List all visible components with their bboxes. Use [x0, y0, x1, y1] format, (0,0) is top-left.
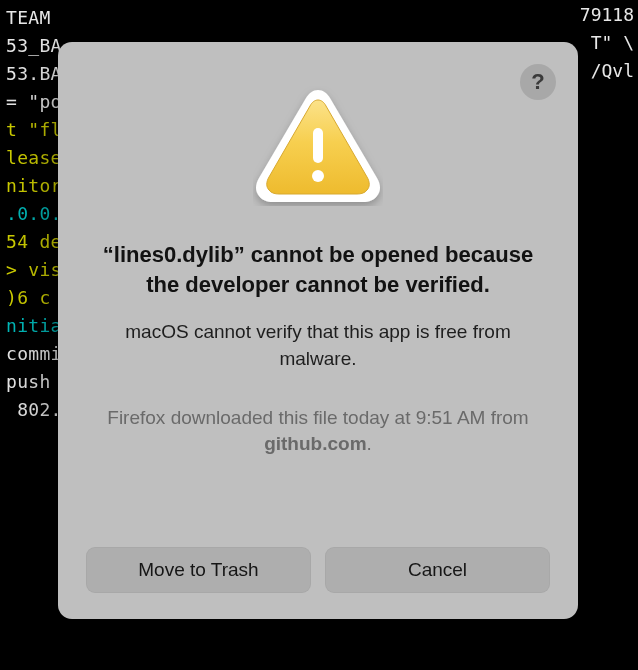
- dialog-detail: Firefox downloaded this file today at 9:…: [86, 405, 550, 458]
- gatekeeper-dialog: ? “lines0.dylib” cannot be opened: [58, 42, 578, 619]
- dialog-button-row: Move to Trash Cancel: [86, 547, 550, 593]
- help-icon-label: ?: [531, 69, 544, 95]
- detail-prefix: Firefox downloaded this file today at 9:…: [107, 407, 528, 428]
- svg-point-1: [312, 170, 324, 182]
- terminal-line: TEAM: [6, 4, 632, 32]
- detail-suffix: .: [367, 433, 372, 454]
- warning-icon: [253, 86, 383, 210]
- terminal-fragment: 79118: [580, 4, 634, 25]
- help-button[interactable]: ?: [520, 64, 556, 100]
- move-to-trash-button[interactable]: Move to Trash: [86, 547, 311, 593]
- svg-rect-0: [313, 128, 323, 163]
- terminal-fragment: T" \: [591, 32, 634, 53]
- detail-domain: github.com: [264, 433, 366, 454]
- cancel-button[interactable]: Cancel: [325, 547, 550, 593]
- terminal-fragment: /Qvl: [591, 60, 634, 81]
- dialog-title: “lines0.dylib” cannot be opened because …: [86, 240, 550, 299]
- dialog-subtitle: macOS cannot verify that this app is fre…: [86, 319, 550, 372]
